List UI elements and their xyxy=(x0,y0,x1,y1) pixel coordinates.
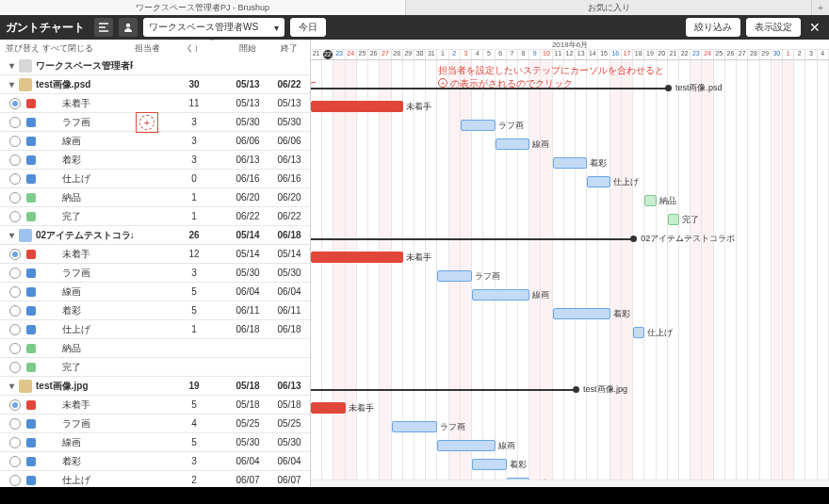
horizontal-scrollbar[interactable] xyxy=(311,480,829,487)
group-row[interactable]: ▾02アイテムテストコラボ2605/1406/18 xyxy=(0,226,310,245)
gantt-bar[interactable]: 未着手 xyxy=(311,252,403,263)
status-radio[interactable] xyxy=(9,399,21,411)
tab-workspace[interactable]: ワークスペース管理者PJ - Brushup xyxy=(0,0,406,15)
gantt-bar[interactable]: 線画 xyxy=(437,440,495,451)
chevron-down-icon: ▾ xyxy=(274,23,279,33)
status-radio[interactable] xyxy=(9,475,21,486)
status-radio[interactable] xyxy=(9,286,21,298)
gantt-bar[interactable]: 仕上げ xyxy=(587,176,610,187)
gantt-bar[interactable]: ラフ画 xyxy=(392,421,438,432)
gantt-bar-label: ラフ画 xyxy=(498,120,524,132)
task-row[interactable]: 仕上げ106/1806/18 xyxy=(0,320,310,339)
start-cell: 06/04 xyxy=(227,286,268,297)
task-row[interactable]: 納品 xyxy=(0,339,310,358)
task-row[interactable]: 完了 xyxy=(0,358,310,377)
status-radio[interactable] xyxy=(9,362,21,373)
tab-add[interactable]: + xyxy=(812,0,829,15)
gantt-bar[interactable]: 着彩 xyxy=(553,157,588,169)
gantt-bar[interactable]: 線画 xyxy=(496,138,530,150)
gantt-bar[interactable]: 未着手 xyxy=(311,101,403,112)
calendar-day: 25 xyxy=(714,50,725,59)
task-row[interactable]: 未着手505/1805/18 xyxy=(0,396,310,415)
calendar-day: 2 xyxy=(794,50,805,59)
gantt-bar-label: 未着手 xyxy=(406,101,431,113)
task-row[interactable]: 線画505/3005/30 xyxy=(0,433,310,452)
start-cell: 05/18 xyxy=(227,399,268,410)
assignee-cell[interactable]: + xyxy=(133,113,161,132)
task-row[interactable]: 線画506/0406/04 xyxy=(0,283,310,301)
status-radio[interactable] xyxy=(9,249,21,260)
task-row[interactable]: 着彩306/1306/13 xyxy=(0,151,310,170)
task-row[interactable]: ラフ画+305/3005/30 xyxy=(0,113,310,132)
end-cell: 05/25 xyxy=(268,418,310,429)
gantt-bar[interactable]: 線画 xyxy=(472,289,529,301)
gantt-bar-label: 線画 xyxy=(532,289,549,301)
end-cell: 06/13 xyxy=(268,154,310,165)
task-row[interactable]: ラフ画305/3005/30 xyxy=(0,264,310,283)
task-row[interactable]: ラフ画405/2505/25 xyxy=(0,415,310,433)
status-radio[interactable] xyxy=(9,343,21,354)
period-cell: 4 xyxy=(161,418,227,429)
group-row[interactable]: ▾test画像.jpg1905/1806/13 xyxy=(0,377,310,396)
task-row[interactable]: 未着手1205/1405/14 xyxy=(0,245,310,264)
sort-link[interactable]: 並び替え xyxy=(6,43,40,53)
status-color-icon xyxy=(26,137,36,146)
gantt-bar-label: 納品 xyxy=(659,195,676,207)
task-row[interactable]: 着彩306/0406/04 xyxy=(0,452,310,471)
gantt-bar[interactable]: ラフ画 xyxy=(461,120,496,131)
gantt-bar[interactable]: 仕上げ xyxy=(633,327,644,338)
gantt-bar[interactable]: 未着手 xyxy=(311,402,346,414)
task-row[interactable]: 納品106/2006/20 xyxy=(0,188,310,207)
period-cell: 1 xyxy=(161,211,227,221)
summary-label: test画像.jpg xyxy=(583,383,627,396)
gantt-bar[interactable]: 着彩 xyxy=(553,308,610,319)
task-row[interactable]: 未着手1105/1305/13 xyxy=(0,94,310,113)
status-radio[interactable] xyxy=(9,117,21,128)
gantt-bar[interactable]: 納品 xyxy=(644,195,656,206)
status-radio[interactable] xyxy=(9,437,21,448)
calendar-day: 23 xyxy=(333,50,345,59)
tab-favorites[interactable]: お気に入り xyxy=(406,0,812,15)
status-radio[interactable] xyxy=(9,98,21,109)
status-radio[interactable] xyxy=(9,324,21,335)
status-radio[interactable] xyxy=(9,173,21,185)
calendar-day: 15 xyxy=(598,50,610,59)
gantt-bar[interactable]: 着彩 xyxy=(472,459,507,470)
task-row[interactable]: 線画306/0606/06 xyxy=(0,132,310,151)
status-radio[interactable] xyxy=(9,211,21,222)
task-row[interactable]: 仕上げ006/1606/16 xyxy=(0,170,310,188)
task-row[interactable]: 完了106/2206/22 xyxy=(0,207,310,226)
start-cell: 06/07 xyxy=(227,475,268,485)
root-row[interactable]: ▾ワークスペース管理者PJ xyxy=(0,57,310,75)
end-cell: 05/30 xyxy=(268,437,310,447)
status-radio[interactable] xyxy=(9,154,21,166)
status-radio[interactable] xyxy=(9,268,21,279)
task-row[interactable]: 仕上げ206/0706/07 xyxy=(0,471,310,487)
group-row[interactable]: ▾test画像.psd3005/1306/22 xyxy=(0,75,310,94)
gantt-bar-label: ラフ画 xyxy=(440,421,465,433)
calendar-day: 6 xyxy=(496,50,507,59)
workspace-select[interactable]: ワークスペース管理者WS ▾ xyxy=(143,18,284,37)
status-radio[interactable] xyxy=(9,305,21,317)
collapse-all-link[interactable]: すべて閉じる xyxy=(42,43,93,53)
gantt-bar[interactable]: 完了 xyxy=(668,214,679,225)
status-radio[interactable] xyxy=(9,192,21,203)
status-color-icon xyxy=(26,155,36,165)
calendar-day: 27 xyxy=(380,50,391,59)
status-radio[interactable] xyxy=(9,456,21,467)
caret-icon: ▾ xyxy=(9,230,19,240)
hierarchy-toggle-icon[interactable] xyxy=(94,18,113,37)
status-radio[interactable] xyxy=(9,136,21,147)
task-row[interactable]: 着彩506/1106/11 xyxy=(0,301,310,320)
calendar-day: 14 xyxy=(587,50,598,59)
status-radio[interactable] xyxy=(9,418,21,430)
today-button[interactable]: 今日 xyxy=(290,18,326,37)
gantt-bar[interactable]: ラフ画 xyxy=(437,270,472,282)
row-name: 仕上げ xyxy=(41,172,133,186)
display-settings-button[interactable]: 表示設定 xyxy=(746,18,801,37)
caret-icon: ▾ xyxy=(9,60,19,71)
close-icon[interactable]: ✕ xyxy=(806,20,823,35)
filter-button[interactable]: 絞り込み xyxy=(686,18,740,37)
add-assignee-icon[interactable]: + xyxy=(139,115,154,130)
user-icon[interactable] xyxy=(119,18,138,37)
